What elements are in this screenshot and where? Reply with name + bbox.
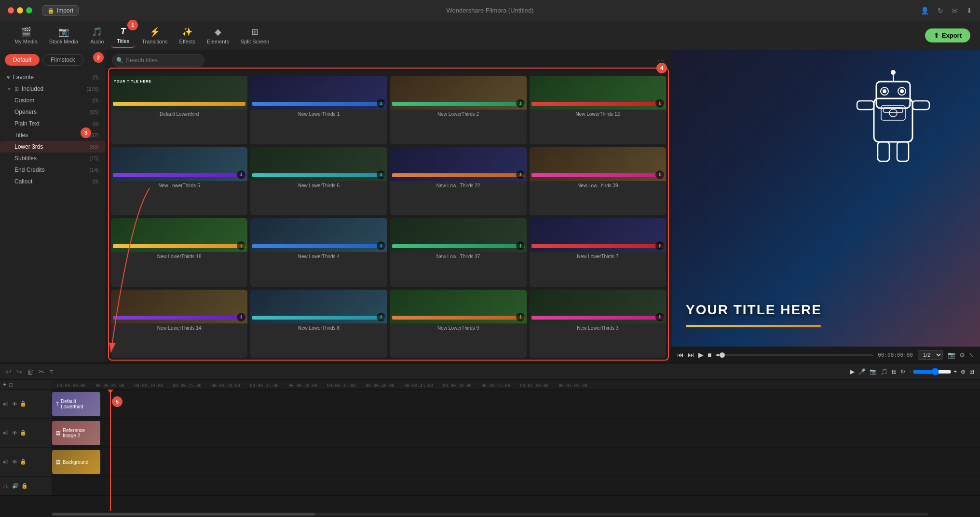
playback-timeline[interactable]: [716, 354, 873, 356]
title-card-2[interactable]: ⬇ New LowerThirds 1: [250, 76, 387, 144]
toolbar-split-screen[interactable]: ⊞ Split Screen: [236, 24, 274, 47]
timeline-icon-8[interactable]: ⊞: [969, 368, 974, 375]
sidebar-item-favorite[interactable]: ♥ Favorite (0): [0, 71, 106, 83]
track-eye-2[interactable]: 👁: [12, 430, 17, 436]
sidebar-item-lower-3rds[interactable]: Lower 3rds (83): [0, 141, 106, 153]
track-lock-1[interactable]: 🔒: [20, 459, 27, 465]
fullscreen-icon[interactable]: ⤡: [969, 351, 974, 359]
toolbar-audio[interactable]: 🎵 Audio: [85, 24, 109, 47]
title-card-11[interactable]: ⬇ New Low...Thirds 37: [390, 218, 527, 287]
clip-default-lowerthird[interactable]: T Default Lowerthird ◀: [52, 392, 100, 416]
title-card-9[interactable]: ⬇ New LowerThirds 18: [111, 218, 247, 287]
refresh-icon[interactable]: ↻: [938, 7, 943, 14]
track-content-1: 🖼 Background: [52, 447, 980, 476]
track-eye-3[interactable]: 👁: [12, 401, 17, 407]
minimize-button[interactable]: [17, 7, 23, 14]
track-eye-1[interactable]: 👁: [12, 459, 17, 465]
preview-lower-bar: [686, 325, 821, 327]
redo-tool[interactable]: ↪: [16, 368, 22, 376]
export-button[interactable]: ⬆ Export: [925, 28, 970, 42]
clip-reference-image[interactable]: 🖼 Reference Image 2: [52, 421, 100, 445]
title-card-12[interactable]: ⬇ New LowerThirds 7: [530, 218, 666, 287]
maximize-button[interactable]: [26, 7, 32, 14]
title-card-10[interactable]: ⬇ New LowerThirds 4: [250, 218, 387, 287]
traffic-lights[interactable]: [8, 7, 32, 14]
timeline-icon-2[interactable]: 🎤: [858, 368, 866, 375]
title-card-3[interactable]: ⬇ New LowerThirds 2: [390, 76, 527, 144]
tab-filmstock[interactable]: Filmstock: [42, 54, 83, 66]
sidebar-item-subtitles[interactable]: Subtitles (15): [0, 153, 106, 164]
title-card-13[interactable]: ⬇ New LowerThirds 14: [111, 290, 247, 358]
track-row-2: ■2 👁 🔒 🖼 Reference Image 2: [0, 419, 980, 447]
list-tool[interactable]: ≡: [49, 368, 53, 376]
title-card-8[interactable]: ⬇ New Low...hirds 39: [530, 147, 666, 216]
sidebar-item-included[interactable]: ▼ ⊞ Included (276): [0, 83, 106, 95]
skip-back-button[interactable]: ⏮: [677, 351, 684, 359]
track-mute-audio[interactable]: 🔊: [12, 483, 19, 489]
toolbar-my-media[interactable]: 🎬 My Media: [10, 24, 42, 47]
sidebar-item-plain-text[interactable]: Plain Text (8): [0, 118, 106, 129]
title-card-1[interactable]: YOUR TITLE HERE Default Lowerthird: [111, 76, 247, 144]
card-name-13: New LowerThirds 14: [111, 323, 247, 333]
sidebar-item-callout[interactable]: Callout (9): [0, 176, 106, 187]
delete-tool[interactable]: 🗑: [27, 368, 34, 376]
toolbar-stock-media[interactable]: 📷 Stock Media: [44, 24, 83, 47]
user-icon[interactable]: 👤: [921, 7, 929, 14]
zoom-control[interactable]: - +: [909, 368, 957, 376]
timeline-icon-7[interactable]: ⊕: [961, 368, 966, 375]
stop-button[interactable]: ■: [708, 351, 711, 359]
toolbar-transitions[interactable]: ⚡ Transitions: [137, 24, 172, 47]
title-card-6[interactable]: ⬇ New LowerThirds 6: [250, 147, 387, 216]
mail-icon[interactable]: ✉: [952, 7, 958, 14]
download-badge-13: ⬇: [237, 313, 245, 321]
ruler-11: 00:00:55:00: [476, 383, 515, 388]
import-button[interactable]: 🔒 Import: [42, 5, 79, 16]
title-card-4[interactable]: ⬇ New LowerThirds 12: [530, 76, 666, 144]
track-content-3: T Default Lowerthird ◀: [52, 390, 980, 418]
timeline-icon-6[interactable]: ↻: [900, 368, 905, 375]
sidebar-item-custom[interactable]: Custom (0): [0, 95, 106, 106]
title-card-5[interactable]: ⬇ New LowerThirds 5: [111, 147, 247, 216]
title-card-15[interactable]: ⬇ New LowerThirds 9: [390, 290, 527, 358]
time-current: 00:00:00:00: [878, 352, 913, 358]
track-num-2: ■2: [3, 430, 10, 435]
toolbar-titles[interactable]: T Titles 1: [111, 24, 135, 48]
title-card-16[interactable]: ⬇ New LowerThirds 3: [530, 290, 666, 358]
ruler-9: 00:00:45:00: [399, 383, 438, 388]
thumb-1: YOUR TITLE HERE: [111, 76, 247, 110]
timeline-scrollbar[interactable]: [0, 511, 980, 517]
download-icon[interactable]: ⬇: [966, 7, 972, 14]
ruler-0: 00:00:00:00: [52, 383, 91, 388]
zoom-slider[interactable]: [913, 368, 952, 376]
toolbar-elements[interactable]: ◆ Elements: [202, 24, 234, 47]
title-card-14[interactable]: ⬇ New LowerThirds 8: [250, 290, 387, 358]
sidebar-item-end-credits[interactable]: End Credits (14): [0, 164, 106, 176]
undo-tool[interactable]: ↩: [6, 368, 12, 376]
timeline-icon-4[interactable]: 🎵: [881, 368, 888, 375]
tab-default[interactable]: Default: [5, 54, 40, 66]
settings-icon[interactable]: ⚙: [959, 351, 965, 359]
sidebar-item-openers[interactable]: Openers (65): [0, 106, 106, 118]
track-lock-3[interactable]: 🔒: [20, 401, 27, 407]
play-button[interactable]: ▶: [698, 351, 704, 359]
toolbar-effects[interactable]: ✨ Effects: [175, 24, 200, 47]
close-button[interactable]: [8, 7, 14, 14]
card-name-14: New LowerThirds 8: [250, 323, 387, 333]
clip-background[interactable]: 🖼 Background: [52, 450, 100, 474]
add-track-button[interactable]: +: [3, 381, 6, 388]
timeline-icon-3[interactable]: 📷: [870, 368, 877, 375]
track-lock-audio[interactable]: 🔒: [21, 483, 28, 489]
snapshot-icon[interactable]: 📷: [948, 351, 955, 359]
timeline-icon-1[interactable]: ▶: [850, 368, 855, 375]
cut-tool[interactable]: ✂: [39, 368, 44, 376]
track-lock-2[interactable]: 🔒: [20, 430, 27, 436]
timeline-icon-5[interactable]: ⊞: [892, 368, 897, 375]
scale-select[interactable]: 1/2 Full 1/4: [918, 350, 943, 360]
title-card-7[interactable]: ⬇ New Low...Thirds 22: [390, 147, 527, 216]
step-back-button[interactable]: ⏭: [688, 351, 694, 359]
scrollbar-thumb[interactable]: [52, 513, 315, 516]
search-input[interactable]: [112, 54, 204, 67]
annotation-2: 2: [93, 52, 104, 63]
track-options[interactable]: □: [9, 381, 13, 388]
sidebar-item-titles[interactable]: Titles (82) 3: [0, 129, 106, 141]
